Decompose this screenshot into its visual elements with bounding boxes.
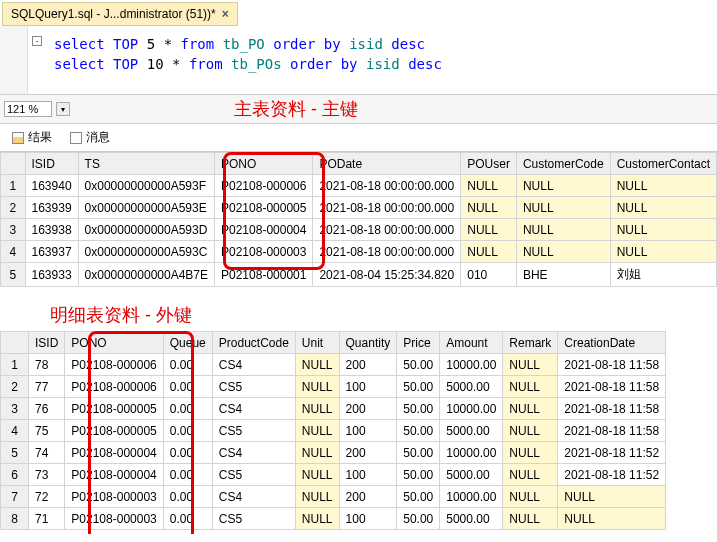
cell[interactable]: 163937 [25,241,78,263]
column-header[interactable]: CustomerCode [516,153,610,175]
cell[interactable]: P02108-000005 [65,420,163,442]
cell[interactable]: 78 [29,354,65,376]
cell[interactable]: NULL [461,197,517,219]
cell[interactable]: 0.00 [163,486,212,508]
cell[interactable]: NULL [610,241,716,263]
cell[interactable]: P02108-000006 [65,354,163,376]
cell[interactable]: 50.00 [397,376,440,398]
cell[interactable]: P02108-000001 [215,263,313,287]
cell[interactable]: 10000.00 [440,398,503,420]
cell[interactable]: NULL [610,219,716,241]
cell[interactable]: CS5 [212,376,295,398]
cell[interactable]: 77 [29,376,65,398]
table-row[interactable]: 673P02108-0000040.00CS5NULL10050.005000.… [1,464,666,486]
table-row[interactable]: 51639330x00000000000A4B7EP02108-00000120… [1,263,717,287]
cell[interactable]: 76 [29,398,65,420]
cell[interactable]: 2021-08-18 11:58 [558,376,666,398]
table-row[interactable]: 277P02108-0000060.00CS5NULL10050.005000.… [1,376,666,398]
cell[interactable]: 0.00 [163,464,212,486]
cell[interactable]: 0.00 [163,376,212,398]
column-header[interactable]: Remark [503,332,558,354]
cell[interactable]: 200 [339,354,397,376]
row-number[interactable]: 3 [1,219,26,241]
cell[interactable]: NULL [503,508,558,530]
tab-results[interactable]: 结果 [4,126,60,149]
cell[interactable]: 50.00 [397,486,440,508]
row-number[interactable]: 5 [1,263,26,287]
cell[interactable]: 10000.00 [440,354,503,376]
cell[interactable]: 0.00 [163,442,212,464]
cell[interactable]: NULL [503,442,558,464]
cell[interactable]: NULL [295,486,339,508]
cell[interactable]: 5000.00 [440,420,503,442]
cell[interactable]: 100 [339,420,397,442]
row-number[interactable]: 5 [1,442,29,464]
row-number[interactable]: 7 [1,486,29,508]
cell[interactable]: 163939 [25,197,78,219]
cell[interactable]: 2021-08-18 00:00:00.000 [313,197,461,219]
cell[interactable]: 71 [29,508,65,530]
column-header[interactable]: Unit [295,332,339,354]
column-header[interactable]: CreationDate [558,332,666,354]
row-number[interactable]: 6 [1,464,29,486]
column-header[interactable]: Price [397,332,440,354]
cell[interactable]: NULL [295,398,339,420]
cell[interactable]: 163933 [25,263,78,287]
cell[interactable]: NULL [516,219,610,241]
cell[interactable]: 2021-08-18 00:00:00.000 [313,241,461,263]
cell[interactable]: P02108-000004 [215,219,313,241]
table-row[interactable]: 41639370x00000000000A593CP02108-00000320… [1,241,717,263]
table-row[interactable]: 871P02108-0000030.00CS5NULL10050.005000.… [1,508,666,530]
cell[interactable]: NULL [295,376,339,398]
cell[interactable]: NULL [503,420,558,442]
row-number[interactable]: 1 [1,354,29,376]
cell[interactable]: 10000.00 [440,442,503,464]
cell[interactable]: P02108-000003 [215,241,313,263]
cell[interactable]: 0x00000000000A593E [78,197,214,219]
cell[interactable]: NULL [516,175,610,197]
cell[interactable]: NULL [503,354,558,376]
cell[interactable]: NULL [295,442,339,464]
cell[interactable]: NULL [461,241,517,263]
table-row[interactable]: 574P02108-0000040.00CS4NULL20050.0010000… [1,442,666,464]
cell[interactable]: 100 [339,464,397,486]
row-number[interactable]: 2 [1,376,29,398]
cell[interactable]: NULL [503,464,558,486]
column-header[interactable]: PODate [313,153,461,175]
row-number[interactable]: 2 [1,197,26,219]
cell[interactable]: 5000.00 [440,464,503,486]
column-header[interactable]: PONO [65,332,163,354]
cell[interactable]: 0.00 [163,508,212,530]
cell[interactable]: NULL [516,241,610,263]
cell[interactable]: NULL [558,508,666,530]
cell[interactable]: 10000.00 [440,486,503,508]
column-header[interactable]: TS [78,153,214,175]
cell[interactable]: NULL [503,376,558,398]
row-number[interactable]: 4 [1,241,26,263]
table-row[interactable]: 11639400x00000000000A593FP02108-00000620… [1,175,717,197]
row-number[interactable]: 1 [1,175,26,197]
column-header[interactable]: Quantity [339,332,397,354]
cell[interactable]: CS4 [212,442,295,464]
column-header[interactable]: PONO [215,153,313,175]
cell[interactable]: 0x00000000000A593F [78,175,214,197]
cell[interactable]: 163938 [25,219,78,241]
cell[interactable]: 2021-08-18 11:58 [558,354,666,376]
column-header[interactable]: ISID [29,332,65,354]
fold-marker-icon[interactable]: - [32,36,42,46]
table-row[interactable]: 21639390x00000000000A593EP02108-00000520… [1,197,717,219]
cell[interactable]: P02108-000006 [215,175,313,197]
cell[interactable]: 50.00 [397,398,440,420]
cell[interactable]: NULL [503,398,558,420]
cell[interactable]: 200 [339,398,397,420]
cell[interactable]: P02108-000003 [65,508,163,530]
cell[interactable]: P02108-000006 [65,376,163,398]
cell[interactable]: CS5 [212,464,295,486]
cell[interactable]: CS5 [212,508,295,530]
cell[interactable]: 0x00000000000A4B7E [78,263,214,287]
cell[interactable]: 100 [339,376,397,398]
detail-table[interactable]: ISIDPONOQueueProductCodeUnitQuantityPric… [0,331,666,530]
sql-editor[interactable]: - select TOP 5 * from tb_PO order by isi… [0,26,717,94]
cell[interactable]: 2021-08-04 15:25:34.820 [313,263,461,287]
cell[interactable]: 0.00 [163,398,212,420]
